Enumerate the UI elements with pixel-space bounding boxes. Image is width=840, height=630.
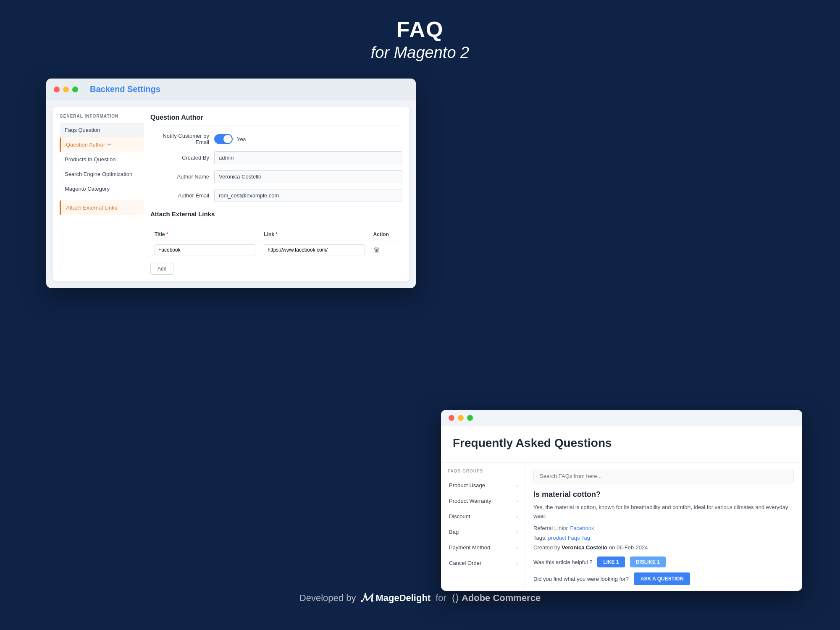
like-button[interactable]: LIKE 1 <box>597 556 625 567</box>
table-header-link: Link * <box>260 228 369 241</box>
add-link-button[interactable]: Add <box>150 263 173 275</box>
sidebar-section-label: GENERAL INFORMATION <box>60 114 144 118</box>
created-by-label: Created By <box>150 155 209 161</box>
sidebar-item-magento-category[interactable]: Magento Category <box>60 181 144 196</box>
author-email-input[interactable] <box>214 189 402 202</box>
group-item-bag[interactable]: Bag › <box>441 524 525 540</box>
author-email-row: Author Email <box>150 189 402 202</box>
ask-row: Did you find what you were looking for? … <box>533 572 794 585</box>
sidebar-item-attach-external-links[interactable]: Attach External Links <box>60 200 144 215</box>
chevron-icon: › <box>516 561 518 566</box>
backend-sidebar: GENERAL INFORMATION Faqs Question Questi… <box>60 114 144 275</box>
link-title-input[interactable] <box>155 244 255 255</box>
frontend-window: Frequently Asked Questions FAQS GROUPS P… <box>441 410 802 591</box>
ask-question-button[interactable]: ASK A QUESTION <box>634 572 690 585</box>
group-item-product-warranty-label: Product Warranty <box>449 498 491 504</box>
group-item-product-usage-label: Product Usage <box>449 482 485 488</box>
close-dot[interactable] <box>54 87 60 92</box>
table-cell-title <box>150 241 260 259</box>
required-star-title: * <box>166 231 168 237</box>
answer-text: Yes, the material is cotton, known for i… <box>533 503 794 521</box>
chevron-icon: › <box>516 483 518 488</box>
created-by-row: Created By <box>150 151 402 164</box>
sidebar-item-seo[interactable]: Search Engine Optimization <box>60 167 144 181</box>
backend-form: Question Author Notify Customer by Email… <box>150 114 402 275</box>
page-header: FAQ for Magento 2 <box>371 17 469 62</box>
backend-titlebar: Backend Settings <box>46 79 416 100</box>
sidebar-item-question-author-label: Question Author <box>66 142 105 148</box>
tags-prefix: Tags: <box>533 535 546 541</box>
group-item-product-warranty[interactable]: Product Warranty › <box>441 493 525 509</box>
group-item-product-usage[interactable]: Product Usage › <box>441 478 525 493</box>
delete-link-button[interactable]: 🗑 <box>373 246 380 254</box>
magedelight-logo: 𝓜 MageDelight <box>361 591 430 605</box>
sidebar-item-question-author[interactable]: Question Author ✏ <box>60 137 144 152</box>
group-item-cancel-order[interactable]: Cancel Order › <box>441 555 525 571</box>
frontend-minimize-dot[interactable] <box>458 415 464 421</box>
author-name-input[interactable] <box>214 170 402 183</box>
main-subtitle: for Magento 2 <box>371 44 469 62</box>
links-table: Title * Link * Action <box>150 228 402 259</box>
created-by-row: Created by Veronica Costello on 06-Feb-2… <box>533 544 794 551</box>
table-cell-action: 🗑 <box>369 241 402 259</box>
notify-toggle[interactable] <box>214 134 233 144</box>
author-email-label: Author Email <box>150 192 209 199</box>
sidebar-item-magento-category-label: Magento Category <box>65 186 110 192</box>
sidebar-item-attach-label: Attach External Links <box>66 205 117 211</box>
search-input[interactable] <box>533 469 794 483</box>
group-item-cancel-order-label: Cancel Order <box>449 560 481 566</box>
minimize-dot[interactable] <box>63 87 69 92</box>
chevron-icon: › <box>516 530 518 535</box>
chevron-icon: › <box>516 514 518 519</box>
link-url-input[interactable] <box>264 244 365 255</box>
referral-link[interactable]: Facebook <box>570 525 594 531</box>
table-cell-link <box>260 241 369 259</box>
group-item-discount[interactable]: Discount › <box>441 509 525 524</box>
frontend-close-dot[interactable] <box>449 415 454 421</box>
faq-right-panel: Is material cotton? Yes, the material is… <box>525 463 802 591</box>
backend-window: Backend Settings GENERAL INFORMATION Faq… <box>46 79 416 288</box>
footer-prefix: Developed by <box>299 593 356 604</box>
created-by-name: Veronica Costello <box>562 544 607 551</box>
created-by-date: on 06-Feb-2024 <box>609 544 648 551</box>
author-name-row: Author Name <box>150 170 402 183</box>
brand-name: MageDelight <box>375 593 430 604</box>
frontend-maximize-dot[interactable] <box>467 415 473 421</box>
group-item-payment-method[interactable]: Payment Method › <box>441 540 525 555</box>
chevron-icon: › <box>516 545 518 550</box>
sidebar-item-seo-label: Search Engine Optimization <box>65 171 132 177</box>
helpful-label: Was this article helpful ? <box>533 559 592 565</box>
faq-body: FAQS GROUPS Product Usage › Product Warr… <box>441 463 802 591</box>
attach-links-title: Attach External Links <box>150 210 402 222</box>
maximize-dot[interactable] <box>72 87 78 92</box>
notify-row: Notify Customer by Email Yes <box>150 133 402 145</box>
sidebar-item-products-in-question[interactable]: Products In Question <box>60 152 144 167</box>
faq-page-title: Frequently Asked Questions <box>453 436 790 450</box>
backend-title: Backend Settings <box>90 84 160 94</box>
group-item-discount-label: Discount <box>449 513 470 520</box>
faq-groups-sidebar: FAQS GROUPS Product Usage › Product Warr… <box>441 463 525 591</box>
faq-header: Frequently Asked Questions <box>441 426 802 463</box>
tags-row: Tags: product Faqs Tag <box>533 535 794 541</box>
tag-link[interactable]: product Faqs Tag <box>548 535 590 541</box>
author-name-label: Author Name <box>150 173 209 180</box>
group-item-bag-label: Bag <box>449 529 459 535</box>
adobe-commerce-logo: ⟨⟩ Adobe Commerce <box>452 592 541 604</box>
required-star-link: * <box>276 231 278 237</box>
sidebar-item-products-label: Products In Question <box>65 156 116 163</box>
referral-links: Referral Links: Facebook <box>533 525 794 531</box>
dislike-button[interactable]: DISLIKE 1 <box>630 556 666 567</box>
find-label: Did you find what you were looking for? <box>533 576 629 582</box>
notify-value: Yes <box>237 136 246 142</box>
question-text: Is material cotton? <box>533 490 794 499</box>
frontend-content: Frequently Asked Questions FAQS GROUPS P… <box>441 426 802 591</box>
group-item-payment-method-label: Payment Method <box>449 544 490 551</box>
created-by-input[interactable] <box>214 151 402 164</box>
backend-content: GENERAL INFORMATION Faqs Question Questi… <box>53 107 409 281</box>
helpful-row: Was this article helpful ? LIKE 1 DISLIK… <box>533 556 794 567</box>
table-row: 🗑 <box>150 241 402 259</box>
page-footer: Developed by 𝓜 MageDelight for ⟨⟩ Adobe … <box>299 591 541 605</box>
adobe-icon: ⟨⟩ <box>452 592 459 604</box>
sidebar-item-faqs-question[interactable]: Faqs Question <box>60 123 144 137</box>
main-title: FAQ <box>371 17 469 42</box>
